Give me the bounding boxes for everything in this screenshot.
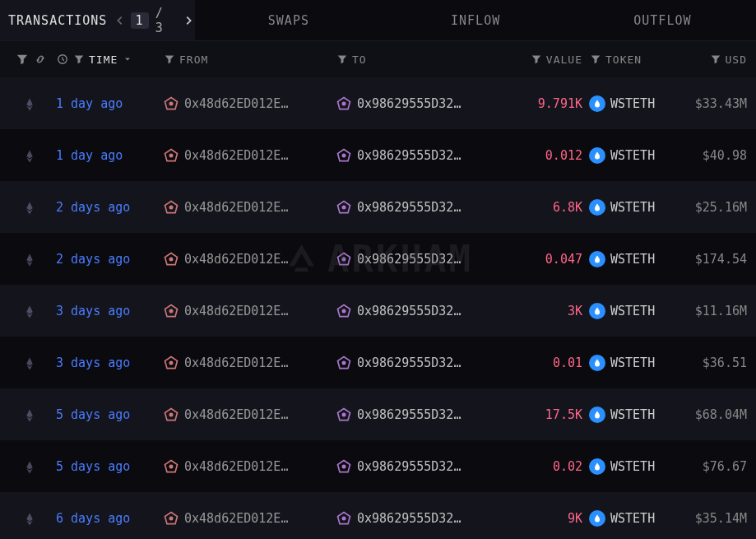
from-address[interactable]: 0x48d62ED012E… xyxy=(184,304,288,318)
from-address-icon xyxy=(163,458,179,475)
table-row[interactable]: 1 day ago0x48d62ED012E…0x98629555D32…0.0… xyxy=(0,129,756,181)
from-address[interactable]: 0x48d62ED012E… xyxy=(184,459,288,474)
from-address[interactable]: 0x48d62ED012E… xyxy=(184,252,288,267)
token-icon xyxy=(589,251,605,267)
table-row[interactable]: 1 day ago0x48d62ED012E…0x98629555D32…9.7… xyxy=(0,77,756,129)
time-link[interactable]: 2 days ago xyxy=(56,252,130,267)
to-address[interactable]: 0x98629555D32… xyxy=(357,407,461,422)
svg-point-15 xyxy=(169,465,172,467)
table-body: 1 day ago0x48d62ED012E…0x98629555D32…9.7… xyxy=(0,77,756,539)
svg-point-18 xyxy=(342,517,345,519)
from-address-icon xyxy=(163,355,179,371)
from-address-icon xyxy=(163,199,179,216)
svg-point-17 xyxy=(169,517,172,519)
filter-chain-icon[interactable] xyxy=(16,53,29,66)
table-row[interactable]: 2 days ago0x48d62ED012E…0x98629555D32…0.… xyxy=(0,233,756,285)
table-row[interactable]: 5 days ago0x48d62ED012E…0x98629555D32…0.… xyxy=(0,440,756,492)
table-row[interactable]: 2 days ago0x48d62ED012E…0x98629555D32…6.… xyxy=(0,181,756,233)
time-link[interactable]: 1 day ago xyxy=(56,96,123,111)
header-token[interactable]: TOKEN xyxy=(582,53,665,66)
tabs-bar: TRANSACTIONS 1 / 3 SWAPS INFLOW OUTFLOW xyxy=(0,0,756,41)
usd-value: $33.43M xyxy=(695,96,747,111)
from-address[interactable]: 0x48d62ED012E… xyxy=(184,407,288,422)
clock-icon xyxy=(56,53,69,66)
ethereum-icon xyxy=(26,202,37,213)
header-usd[interactable]: USD xyxy=(665,53,747,66)
table-row[interactable]: 6 days ago0x48d62ED012E…0x98629555D32…9K… xyxy=(0,492,756,539)
from-address[interactable]: 0x48d62ED012E… xyxy=(184,148,288,163)
to-address-icon xyxy=(336,355,352,371)
token-icon xyxy=(589,147,605,164)
pager-next[interactable] xyxy=(182,12,195,29)
header-time[interactable]: TIME xyxy=(56,53,163,66)
token-symbol[interactable]: WSTETH xyxy=(610,148,655,163)
table-row[interactable]: 5 days ago0x48d62ED012E…0x98629555D32…17… xyxy=(0,388,756,440)
ethereum-icon xyxy=(26,513,37,524)
tab-transactions-label: TRANSACTIONS xyxy=(8,13,107,28)
to-address[interactable]: 0x98629555D32… xyxy=(357,96,461,111)
usd-value: $174.54 xyxy=(695,252,747,267)
header-to[interactable]: TO xyxy=(336,53,508,66)
to-address[interactable]: 0x98629555D32… xyxy=(357,304,461,318)
token-icon xyxy=(589,303,605,319)
header-value[interactable]: VALUE xyxy=(508,53,582,66)
svg-point-4 xyxy=(342,154,345,156)
token-symbol[interactable]: WSTETH xyxy=(610,355,655,370)
time-link[interactable]: 3 days ago xyxy=(56,304,130,318)
to-address[interactable]: 0x98629555D32… xyxy=(357,511,461,526)
pager-current-page: 1 xyxy=(131,12,149,29)
ethereum-icon xyxy=(26,150,37,161)
from-address[interactable]: 0x48d62ED012E… xyxy=(184,200,288,215)
time-link[interactable]: 5 days ago xyxy=(56,407,130,422)
tab-outflow-label: OUTFLOW xyxy=(633,13,691,28)
value-amount: 6.8K xyxy=(553,200,582,215)
time-link[interactable]: 2 days ago xyxy=(56,200,130,215)
token-symbol[interactable]: WSTETH xyxy=(610,511,655,526)
filter-icon xyxy=(163,53,176,66)
value-amount: 0.02 xyxy=(553,459,582,474)
to-address[interactable]: 0x98629555D32… xyxy=(357,459,461,474)
token-icon xyxy=(589,510,605,527)
table-row[interactable]: 3 days ago0x48d62ED012E…0x98629555D32…3K… xyxy=(0,285,756,337)
header-time-label: TIME xyxy=(89,53,118,66)
tab-swaps[interactable]: SWAPS xyxy=(195,0,382,40)
time-link[interactable]: 3 days ago xyxy=(56,355,130,370)
time-link[interactable]: 1 day ago xyxy=(56,148,123,163)
to-address-icon xyxy=(336,303,352,319)
time-link[interactable]: 6 days ago xyxy=(56,511,130,526)
header-value-label: VALUE xyxy=(546,53,582,66)
from-address-icon xyxy=(163,510,179,527)
header-from[interactable]: FROM xyxy=(163,53,336,66)
token-symbol[interactable]: WSTETH xyxy=(610,304,655,318)
svg-point-6 xyxy=(342,206,345,208)
link-icon[interactable] xyxy=(34,53,47,66)
from-address[interactable]: 0x48d62ED012E… xyxy=(184,511,288,526)
to-address-icon xyxy=(336,407,352,423)
ethereum-icon xyxy=(26,409,37,421)
dropdown-icon xyxy=(121,53,134,66)
to-address[interactable]: 0x98629555D32… xyxy=(357,148,461,163)
to-address[interactable]: 0x98629555D32… xyxy=(357,252,461,267)
header-to-label: TO xyxy=(352,53,367,66)
from-address[interactable]: 0x48d62ED012E… xyxy=(184,355,288,370)
token-symbol[interactable]: WSTETH xyxy=(610,252,655,267)
tab-inflow[interactable]: INFLOW xyxy=(383,0,569,40)
token-symbol[interactable]: WSTETH xyxy=(610,96,655,111)
to-address[interactable]: 0x98629555D32… xyxy=(357,355,461,370)
pager-prev[interactable] xyxy=(114,12,127,29)
table-row[interactable]: 3 days ago0x48d62ED012E…0x98629555D32…0.… xyxy=(0,337,756,388)
from-address[interactable]: 0x48d62ED012E… xyxy=(184,96,288,111)
to-address-icon xyxy=(336,199,352,216)
value-amount: 0.01 xyxy=(553,355,582,370)
time-link[interactable]: 5 days ago xyxy=(56,459,130,474)
usd-value: $25.16M xyxy=(695,200,747,215)
header-token-label: TOKEN xyxy=(605,53,642,66)
tab-transactions[interactable]: TRANSACTIONS 1 / 3 xyxy=(0,0,195,40)
tab-outflow[interactable]: OUTFLOW xyxy=(569,0,756,40)
token-symbol[interactable]: WSTETH xyxy=(610,407,655,422)
to-address[interactable]: 0x98629555D32… xyxy=(357,200,461,215)
token-symbol[interactable]: WSTETH xyxy=(610,459,655,474)
usd-value: $40.98 xyxy=(703,148,747,163)
token-symbol[interactable]: WSTETH xyxy=(610,200,655,215)
usd-value: $76.67 xyxy=(703,459,747,474)
